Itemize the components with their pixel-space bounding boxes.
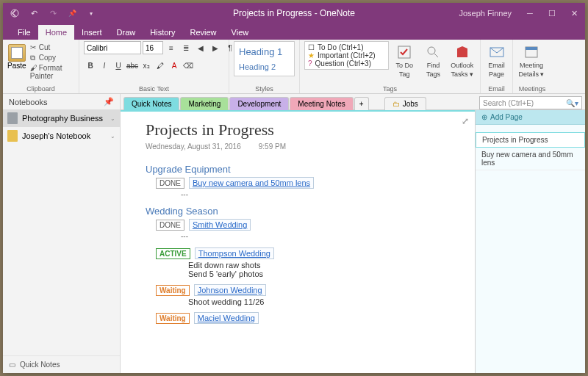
svg-rect-5: [526, 47, 537, 50]
page-canvas[interactable]: ⤢ Projects in Progress Wednesday, August…: [121, 110, 475, 373]
section-wedding[interactable]: Wedding Season: [146, 206, 460, 217]
notebook-joseph[interactable]: Joseph's Notebook ⌄: [3, 127, 120, 145]
user-name[interactable]: Joseph Finney: [459, 9, 512, 18]
maximize-icon[interactable]: ☐: [541, 3, 563, 24]
task-text[interactable]: Edit down raw shots: [188, 261, 460, 270]
chevron-down-icon: ⌄: [110, 115, 115, 122]
meeting-details-button[interactable]: MeetingDetails ▾: [517, 41, 545, 78]
folder-icon: 🗀: [392, 100, 400, 108]
status-active: ACTIVE: [156, 248, 190, 259]
tab-insert[interactable]: Insert: [74, 25, 110, 40]
qat-more-icon[interactable]: ▾: [82, 5, 100, 21]
undo-icon[interactable]: ↶: [25, 5, 43, 21]
separator: ---: [181, 232, 460, 240]
font-family-select[interactable]: [84, 41, 141, 54]
tag-question[interactable]: ?Question (Ctrl+3): [306, 59, 387, 68]
content-area: Notebooks 📌 Photography Business ⌄ Josep…: [3, 94, 585, 373]
paste-button[interactable]: Paste: [7, 41, 26, 70]
group-tags: Tags: [300, 85, 480, 93]
styles-gallery[interactable]: Heading 1 Heading 2: [234, 41, 295, 76]
section-meeting-notes[interactable]: Meeting Notes: [290, 97, 353, 110]
notebooks-header: Notebooks: [9, 98, 48, 106]
page-date: Wednesday, August 31, 2016: [146, 142, 241, 151]
link-maciel[interactable]: Maciel Wedding: [194, 312, 259, 324]
page-list-item[interactable]: Projects in Progress: [476, 132, 585, 148]
page-title[interactable]: Projects in Progress: [146, 120, 460, 140]
tab-draw[interactable]: Draw: [110, 25, 143, 40]
link-johnson[interactable]: Johnson Wedding: [194, 284, 266, 296]
bold-button[interactable]: B: [84, 59, 97, 72]
search-input[interactable]: Search (Ctrl+E) 🔍▾: [479, 96, 582, 109]
close-icon[interactable]: ✕: [563, 3, 585, 24]
add-page-button[interactable]: ⊕Add Page: [476, 110, 585, 125]
outdent-icon[interactable]: ◀: [194, 41, 207, 54]
link-smith[interactable]: Smith Wedding: [189, 219, 251, 231]
expand-icon[interactable]: ⤢: [462, 116, 469, 126]
window-title: Projects in Progress - OneNote: [233, 8, 355, 18]
section-upgrade[interactable]: Upgrade Equipment: [146, 164, 460, 175]
section-marketing[interactable]: Marketing: [180, 97, 229, 110]
indent-icon[interactable]: ▶: [209, 41, 222, 54]
quick-notes-button[interactable]: ▭ Quick Notes: [3, 355, 120, 373]
tab-history[interactable]: History: [143, 25, 182, 40]
add-section-button[interactable]: +: [354, 97, 369, 110]
tag-important[interactable]: ★Important (Ctrl+2): [306, 51, 387, 59]
status-waiting: Waiting: [156, 285, 190, 296]
section-quick-notes[interactable]: Quick Notes: [123, 97, 179, 110]
status-waiting: Waiting: [156, 313, 190, 324]
outlook-tasks-button[interactable]: OutlookTasks ▾: [449, 41, 476, 78]
tab-home[interactable]: Home: [38, 25, 74, 40]
email-page-button[interactable]: EmailPage: [485, 41, 508, 78]
bullets-icon[interactable]: ≡: [165, 41, 178, 54]
link-thompson[interactable]: Thompson Wedding: [195, 247, 274, 259]
group-email: Email: [481, 85, 512, 93]
numbering-icon[interactable]: ≣: [179, 41, 193, 54]
underline-button[interactable]: U: [112, 59, 125, 72]
checkbox-icon: ☐: [308, 43, 315, 51]
todo-tag-button[interactable]: To DoTag: [391, 41, 417, 78]
pin-panel-icon[interactable]: 📌: [104, 97, 114, 106]
pin-icon[interactable]: 📌: [63, 5, 81, 21]
copy-button[interactable]: ⧉Copy: [29, 53, 74, 62]
font-size-select[interactable]: [143, 41, 163, 54]
separator: ---: [181, 190, 460, 198]
paste-label: Paste: [7, 62, 26, 70]
redo-icon[interactable]: ↷: [44, 5, 62, 21]
clipboard-icon: [8, 44, 26, 62]
style-heading2[interactable]: Heading 2: [239, 62, 290, 71]
svg-point-2: [428, 47, 435, 54]
scissors-icon: ✂: [30, 43, 37, 51]
back-icon[interactable]: [6, 5, 24, 21]
minimize-icon[interactable]: ─: [519, 3, 541, 24]
task-text[interactable]: Shoot wedding 11/26: [188, 297, 460, 306]
link-buy-camera[interactable]: Buy new camera and 50mm lens: [189, 177, 314, 189]
strike-button[interactable]: abc: [126, 59, 139, 72]
italic-button[interactable]: I: [98, 59, 111, 72]
find-tags-button[interactable]: FindTags: [420, 41, 446, 78]
group-meetings: Meetings: [513, 85, 551, 93]
clear-format-button[interactable]: ⌫: [182, 59, 195, 72]
style-heading1[interactable]: Heading 1: [239, 46, 290, 57]
font-color-button[interactable]: A: [168, 59, 181, 72]
notebooks-panel: Notebooks 📌 Photography Business ⌄ Josep…: [3, 94, 121, 373]
note-icon: ▭: [9, 361, 15, 369]
tab-view[interactable]: View: [224, 25, 257, 40]
section-development[interactable]: Development: [229, 97, 289, 110]
tab-review[interactable]: Review: [183, 25, 224, 40]
status-done: DONE: [156, 178, 184, 189]
tag-todo[interactable]: ☐To Do (Ctrl+1): [306, 43, 387, 51]
question-icon: ?: [308, 59, 312, 68]
format-painter-button[interactable]: 🖌Format Painter: [29, 63, 74, 81]
highlight-button[interactable]: 🖍: [154, 59, 167, 72]
plus-icon: ⊕: [481, 113, 487, 121]
cut-button[interactable]: ✂Cut: [29, 43, 74, 52]
tags-gallery[interactable]: ☐To Do (Ctrl+1) ★Important (Ctrl+2) ?Que…: [304, 41, 389, 70]
notebook-icon: [7, 112, 18, 124]
page-list-item[interactable]: Buy new camera and 50mm lens: [476, 148, 585, 170]
task-text[interactable]: Send 5 'early' photos: [188, 270, 460, 278]
notebook-photography[interactable]: Photography Business ⌄: [3, 109, 120, 127]
section-group-jobs[interactable]: 🗀Jobs: [384, 97, 426, 110]
tab-file[interactable]: File: [10, 25, 38, 40]
copy-icon: ⧉: [30, 54, 37, 61]
subscript-button[interactable]: x₂: [140, 59, 153, 72]
